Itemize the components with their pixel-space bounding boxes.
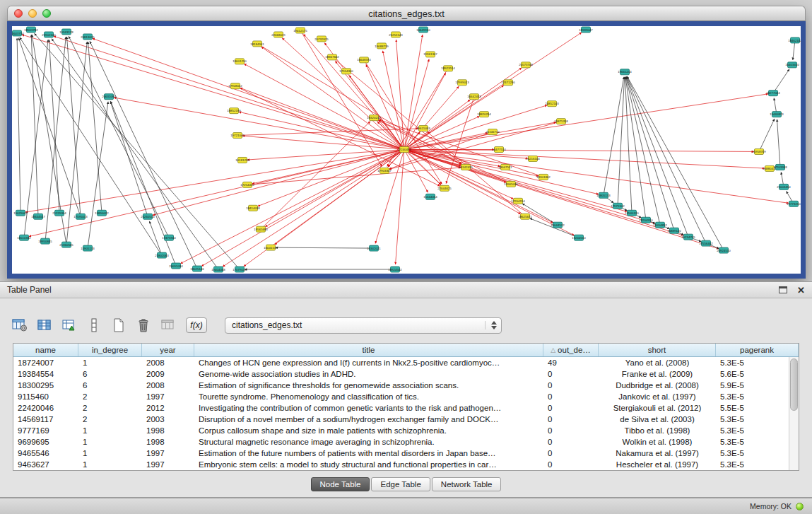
graph-node-yellow[interactable]: 15958709	[752, 149, 766, 155]
table-cell[interactable]: 5.3E-5	[716, 392, 799, 401]
table-cell[interactable]: 5.3E-5	[716, 460, 799, 469]
graph-node-yellow[interactable]: 21251543	[389, 32, 403, 37]
table-vertical-scrollbar[interactable]	[789, 357, 799, 470]
graph-node-teal[interactable]: 17475904	[162, 235, 176, 240]
table-cell[interactable]: 9115460	[13, 392, 78, 401]
graph-node-yellow[interactable]: 19565683	[254, 226, 268, 232]
citation-edge-black[interactable]	[24, 40, 48, 238]
graph-node-yellow[interactable]: 16477514	[492, 147, 506, 153]
citation-edge-red[interactable]	[404, 150, 719, 249]
table-cell[interactable]: 0	[543, 415, 599, 424]
graph-node-yellow[interactable]: 18001290	[233, 59, 247, 64]
table-cell[interactable]: Changes of HCN gene expression and I(f) …	[194, 358, 543, 367]
table-cell[interactable]: Estimation of the future numbers of pati…	[194, 449, 543, 457]
table-cell[interactable]: Tourette syndrome. Phenomenology and cla…	[194, 392, 543, 401]
graph-node-yellow[interactable]: 17204154	[511, 198, 525, 204]
table-cell[interactable]: Jankovic et al. (1997)	[599, 392, 716, 401]
graph-node-teal[interactable]: 19343178	[59, 29, 73, 35]
table-cell[interactable]: 1997	[142, 449, 194, 457]
graph-node-yellow[interactable]: 24852103	[545, 101, 559, 107]
table-cell[interactable]: Dudbridge et al. (2008)	[599, 381, 716, 390]
graph-node-yellow[interactable]: 16181296	[235, 157, 249, 163]
graph-node-teal[interactable]: 16510332	[17, 235, 31, 240]
graph-node-teal[interactable]: 17079013	[233, 267, 247, 272]
tab-edge-table[interactable]: Edge Table	[371, 477, 430, 491]
column-header-title[interactable]: title	[194, 344, 543, 356]
graph-node-teal[interactable]: 21802063	[155, 252, 169, 258]
citation-edge-red[interactable]	[366, 64, 404, 149]
graph-node-teal[interactable]: 18563782	[24, 27, 38, 33]
graph-node-yellow[interactable]: 17254410	[240, 182, 254, 187]
table-row[interactable]: 911546021997Tourette syndrome. Phenomeno…	[13, 391, 799, 402]
graph-node-teal[interactable]: 16342021	[367, 245, 381, 251]
graph-node-yellow[interactable]: 18923514	[441, 66, 455, 71]
table-cell[interactable]: 6	[78, 381, 142, 390]
graph-node-teal[interactable]: 18462102	[788, 37, 801, 43]
graph-node-teal[interactable]: 19540120	[625, 210, 639, 216]
graph-node-yellow[interactable]: 17999013	[455, 80, 469, 86]
table-cell[interactable]: 2009	[142, 370, 194, 378]
citation-edge-red[interactable]	[396, 150, 404, 265]
graph-node-teal[interactable]: 20091034	[169, 263, 183, 269]
citation-edge-red[interactable]	[29, 150, 404, 237]
table-cell[interactable]: 2012	[142, 404, 194, 412]
table-cell[interactable]: Investigating the contribution of common…	[194, 404, 543, 412]
citation-edge-red[interactable]	[404, 94, 768, 150]
citation-edge-black[interactable]	[88, 102, 108, 248]
graph-node-teal[interactable]: 18277024	[766, 90, 780, 96]
graph-node-yellow[interactable]: 17471290	[501, 80, 515, 86]
graph-node-teal[interactable]: 19890022	[95, 210, 109, 216]
citation-edge-black[interactable]	[759, 119, 775, 152]
table-cell[interactable]: 9465546	[13, 449, 78, 457]
graph-node-teal[interactable]: 16403410	[785, 62, 799, 68]
table-cell[interactable]: 18300295	[13, 381, 78, 390]
column-header-year[interactable]: year	[142, 344, 194, 356]
graph-node-teal[interactable]: 20643754	[12, 30, 24, 36]
graph-node-yellow[interactable]: 20573708	[519, 62, 533, 68]
table-cell[interactable]: 0	[543, 460, 599, 469]
graph-node-yellow[interactable]: 19412175	[293, 28, 307, 33]
table-cell[interactable]: 9699695	[13, 438, 78, 446]
table-cell[interactable]: 19384554	[13, 370, 78, 378]
citation-edge-black[interactable]	[276, 247, 374, 248]
close-panel-icon[interactable]: ✕	[797, 286, 805, 295]
graph-node-teal[interactable]: 18183047	[579, 27, 593, 33]
graph-node-teal[interactable]: 18344557	[31, 214, 45, 219]
close-window-button[interactable]	[14, 9, 23, 18]
table-cell[interactable]: 2	[78, 404, 142, 412]
delete-table-icon[interactable]	[135, 317, 152, 334]
table-cell[interactable]: Estimation of significance thresholds fo…	[194, 381, 543, 390]
citation-edge-red[interactable]	[300, 30, 382, 166]
table-cell[interactable]: 5.6E-5	[716, 370, 799, 378]
table-cell[interactable]: 0	[543, 370, 599, 378]
float-panel-icon[interactable]	[779, 286, 787, 293]
function-builder-button[interactable]: f(x)	[186, 317, 207, 333]
table-cell[interactable]: 14569117	[13, 415, 78, 424]
table-cell[interactable]: 1998	[142, 426, 194, 435]
table-cell[interactable]: 0	[543, 438, 599, 446]
graph-node-teal[interactable]: 19773210	[787, 201, 801, 206]
column-header-pagerank[interactable]: pagerank	[716, 344, 799, 356]
citation-edge-black[interactable]	[52, 39, 218, 269]
table-cell[interactable]: 2008	[142, 358, 194, 367]
table-cell[interactable]: 5.3E-5	[716, 415, 799, 424]
citation-edge-black[interactable]	[110, 101, 148, 216]
graph-node-teal[interactable]: 15344054	[423, 194, 437, 199]
table-cell[interactable]: Wolkin et al. (1998)	[599, 438, 716, 446]
column-header-out-de[interactable]: △out_de…	[543, 344, 599, 356]
table-cell[interactable]: 9777169	[13, 426, 78, 435]
citation-edge-black[interactable]	[35, 33, 240, 269]
table-cell[interactable]: 2008	[142, 381, 194, 390]
table-row[interactable]: 1830029562008Estimation of significance …	[13, 380, 799, 391]
graph-node-yellow[interactable]: 17240493	[397, 147, 411, 153]
citation-edge-red[interactable]	[404, 150, 539, 177]
tab-node-table[interactable]: Node Table	[311, 477, 370, 491]
graph-node-teal[interactable]: 19244510	[572, 235, 586, 240]
graph-node-yellow[interactable]: 21106712	[486, 129, 500, 135]
citation-edge-red[interactable]	[54, 36, 404, 149]
citation-edge-red[interactable]	[114, 98, 404, 150]
table-cell[interactable]: 49	[543, 358, 599, 367]
table-cell[interactable]: Nakamura et al. (1997)	[599, 449, 716, 457]
table-cell[interactable]: 0	[543, 404, 599, 412]
table-cell[interactable]: 0	[543, 449, 599, 457]
